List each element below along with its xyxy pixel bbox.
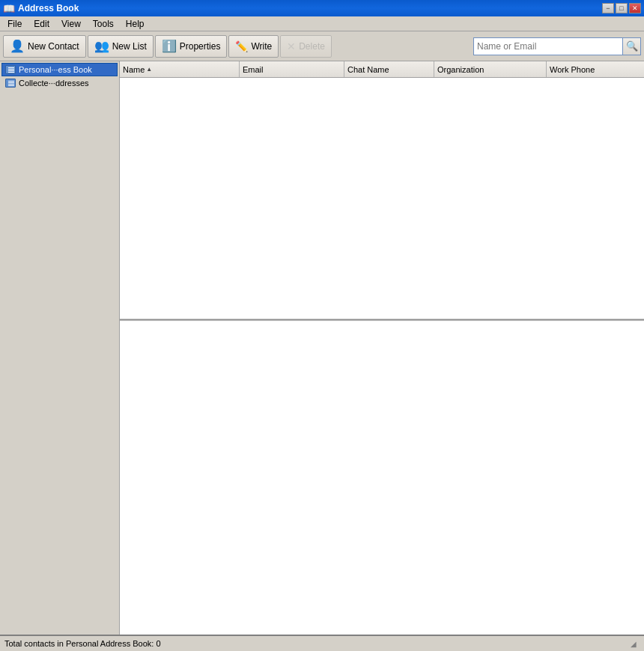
new-contact-button[interactable]: 👤 New Contact xyxy=(3,35,86,58)
menu-help[interactable]: Help xyxy=(120,17,151,31)
title-icon: 📖 xyxy=(3,3,15,14)
title-text: Address Book xyxy=(18,3,599,13)
main-content: Personal···ess Book Collecte···ddresses … xyxy=(0,61,644,635)
col-header-email[interactable]: Email xyxy=(240,61,344,77)
search-input[interactable] xyxy=(473,37,623,55)
status-text: Total contacts in Personal Address Book:… xyxy=(4,639,161,648)
sidebar-item-personal[interactable]: Personal···ess Book xyxy=(1,63,118,76)
personal-book-icon xyxy=(5,65,16,74)
delete-icon: ✕ xyxy=(287,40,296,52)
resize-grip-icon: ◢ xyxy=(628,638,640,650)
menu-file[interactable]: File xyxy=(1,17,28,31)
new-list-label: New List xyxy=(112,41,147,52)
properties-icon: ℹ️ xyxy=(162,39,177,53)
menu-bar: File Edit View Tools Help xyxy=(0,16,644,31)
col-phone-label: Work Phone xyxy=(550,65,595,74)
window-controls: − □ ✕ xyxy=(602,3,641,13)
search-area: 🔍 xyxy=(473,37,641,55)
new-list-button[interactable]: 👥 New List xyxy=(88,35,154,58)
minimize-button[interactable]: − xyxy=(602,3,614,13)
close-button[interactable]: ✕ xyxy=(629,3,641,13)
properties-button[interactable]: ℹ️ Properties xyxy=(155,35,228,58)
right-panel: Name ▲ Email Chat Name Organization Work… xyxy=(120,61,644,635)
col-header-name[interactable]: Name ▲ xyxy=(120,61,240,77)
collected-addresses-icon xyxy=(5,79,16,88)
menu-tools[interactable]: Tools xyxy=(87,17,120,31)
personal-book-label: Personal···ess Book xyxy=(19,65,92,74)
toolbar: 👤 New Contact 👥 New List ℹ️ Properties ✏… xyxy=(0,31,644,61)
search-icon: 🔍 xyxy=(626,40,638,52)
new-contact-label: New Contact xyxy=(28,41,79,52)
menu-edit[interactable]: Edit xyxy=(28,17,55,31)
table-header: Name ▲ Email Chat Name Organization Work… xyxy=(120,61,644,78)
new-list-icon: 👥 xyxy=(94,39,109,53)
delete-label: Delete xyxy=(299,41,325,52)
title-bar: 📖 Address Book − □ ✕ xyxy=(0,0,644,16)
col-chat-label: Chat Name xyxy=(347,65,389,74)
delete-button[interactable]: ✕ Delete xyxy=(280,35,332,58)
new-contact-icon: 👤 xyxy=(10,39,25,53)
write-label: Write xyxy=(251,41,272,52)
menu-view[interactable]: View xyxy=(55,17,87,31)
detail-panel xyxy=(120,320,644,635)
write-button[interactable]: ✏️ Write xyxy=(228,35,279,58)
table-body xyxy=(120,78,644,319)
sidebar: Personal···ess Book Collecte···ddresses xyxy=(0,61,120,635)
write-icon: ✏️ xyxy=(235,40,248,52)
sidebar-item-collected[interactable]: Collecte···ddresses xyxy=(1,76,118,90)
properties-label: Properties xyxy=(180,41,221,52)
collected-addresses-label: Collecte···ddresses xyxy=(19,79,89,88)
sort-arrow-icon: ▲ xyxy=(146,66,152,73)
maximize-button[interactable]: □ xyxy=(616,3,628,13)
col-email-label: Email xyxy=(243,65,264,74)
col-org-label: Organization xyxy=(437,65,484,74)
col-header-org[interactable]: Organization xyxy=(434,61,547,77)
search-button[interactable]: 🔍 xyxy=(623,37,641,55)
col-name-label: Name xyxy=(123,65,145,74)
contact-list-panel: Name ▲ Email Chat Name Organization Work… xyxy=(120,61,644,320)
col-header-chat[interactable]: Chat Name xyxy=(344,61,434,77)
status-bar: Total contacts in Personal Address Book:… xyxy=(0,635,644,651)
col-header-phone[interactable]: Work Phone xyxy=(547,61,644,77)
